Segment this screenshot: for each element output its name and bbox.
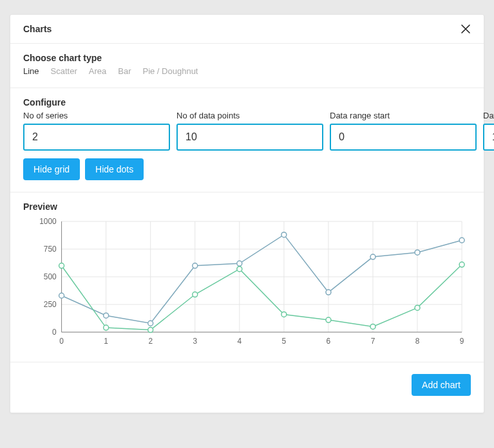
preview-section: Preview 025050075010000123456789 <box>10 192 484 362</box>
configure-buttons: Hide grid Hide dots <box>23 158 471 180</box>
svg-point-36 <box>237 261 242 266</box>
input-series[interactable] <box>23 124 170 151</box>
svg-text:4: 4 <box>237 337 242 346</box>
input-points[interactable] <box>176 124 323 151</box>
field-points: No of data points <box>176 111 323 151</box>
charts-modal: Charts Choose chart type Line Scatter Ar… <box>10 14 484 413</box>
tab-scatter[interactable]: Scatter <box>51 66 77 76</box>
svg-point-45 <box>193 292 198 297</box>
svg-point-32 <box>59 293 64 298</box>
svg-text:8: 8 <box>415 337 420 346</box>
svg-point-40 <box>415 250 420 255</box>
field-series: No of series <box>23 111 170 151</box>
svg-point-50 <box>415 305 420 310</box>
choose-chart-type-title: Choose chart type <box>23 53 471 63</box>
close-icon[interactable] <box>461 24 471 34</box>
add-chart-button[interactable]: Add chart <box>412 374 471 396</box>
svg-text:0: 0 <box>52 328 57 337</box>
svg-text:3: 3 <box>193 337 197 346</box>
svg-text:6: 6 <box>327 337 331 346</box>
svg-text:250: 250 <box>44 300 57 309</box>
svg-point-37 <box>281 232 287 238</box>
svg-text:1000: 1000 <box>39 217 57 226</box>
hide-grid-button[interactable]: Hide grid <box>23 158 80 180</box>
svg-text:7: 7 <box>371 337 375 346</box>
svg-point-51 <box>459 262 464 267</box>
modal-title: Charts <box>23 24 52 34</box>
chart-preview: 025050075010000123456789 <box>23 215 471 350</box>
svg-point-35 <box>193 263 198 268</box>
svg-point-41 <box>459 238 464 243</box>
tab-line[interactable]: Line <box>23 66 39 76</box>
svg-point-47 <box>281 312 287 317</box>
tab-area[interactable]: Area <box>89 66 106 76</box>
svg-point-48 <box>326 317 331 322</box>
svg-point-34 <box>148 321 153 326</box>
label-range-end: Data range end <box>483 111 494 120</box>
configure-title: Configure <box>23 97 471 107</box>
label-series: No of series <box>23 111 170 120</box>
svg-point-46 <box>237 266 242 272</box>
modal-header: Charts <box>10 15 484 44</box>
label-points: No of data points <box>176 111 323 120</box>
modal-footer: Add chart <box>10 362 484 413</box>
svg-point-49 <box>370 324 375 329</box>
svg-text:9: 9 <box>460 337 464 346</box>
svg-text:750: 750 <box>44 245 57 254</box>
field-range-start: Data range start <box>330 111 477 151</box>
svg-point-43 <box>104 325 109 330</box>
input-range-start[interactable] <box>330 124 477 151</box>
choose-chart-type-section: Choose chart type Line Scatter Area Bar … <box>10 44 484 88</box>
svg-point-42 <box>59 263 64 268</box>
preview-title: Preview <box>23 201 471 212</box>
svg-text:2: 2 <box>148 337 153 346</box>
svg-point-33 <box>104 313 109 318</box>
svg-text:5: 5 <box>282 337 287 346</box>
svg-point-38 <box>326 290 331 295</box>
configure-fields: No of series No of data points Data rang… <box>23 111 471 151</box>
field-range-end: Data range end <box>483 111 494 151</box>
svg-point-44 <box>148 328 153 333</box>
tab-bar[interactable]: Bar <box>118 66 131 76</box>
svg-text:500: 500 <box>44 272 57 281</box>
input-range-end[interactable] <box>483 124 494 151</box>
hide-dots-button[interactable]: Hide dots <box>85 158 144 180</box>
svg-text:0: 0 <box>59 337 64 346</box>
tab-pie-doughnut[interactable]: Pie / Doughnut <box>142 66 198 76</box>
chart-type-tabs: Line Scatter Area Bar Pie / Doughnut <box>23 66 471 76</box>
svg-point-39 <box>370 254 375 259</box>
label-range-start: Data range start <box>330 111 477 120</box>
configure-section: Configure No of series No of data points… <box>10 88 484 192</box>
svg-text:1: 1 <box>104 337 108 346</box>
